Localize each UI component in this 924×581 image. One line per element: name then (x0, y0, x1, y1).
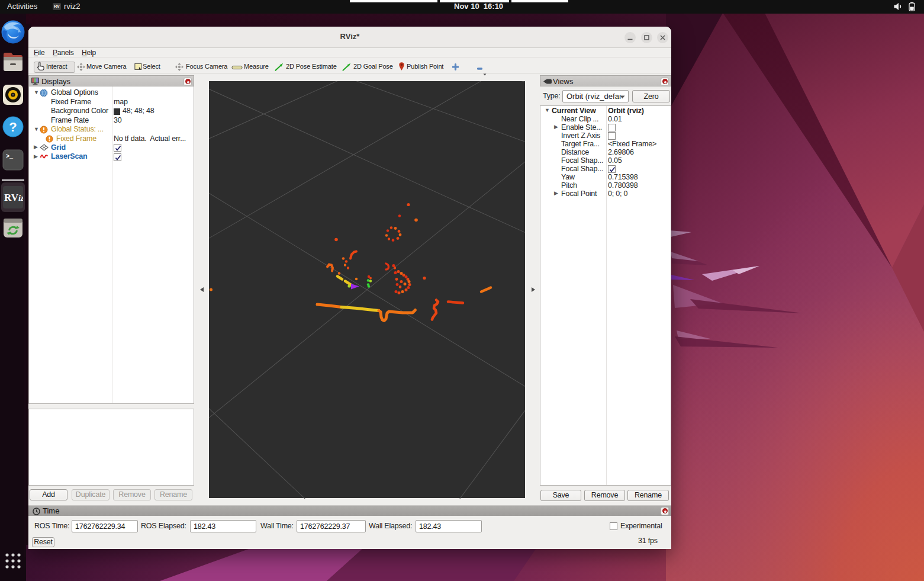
svg-text:?: ? (9, 120, 17, 134)
svg-text:RViz: RViz (4, 192, 23, 203)
svg-text:>_: >_ (6, 153, 14, 160)
